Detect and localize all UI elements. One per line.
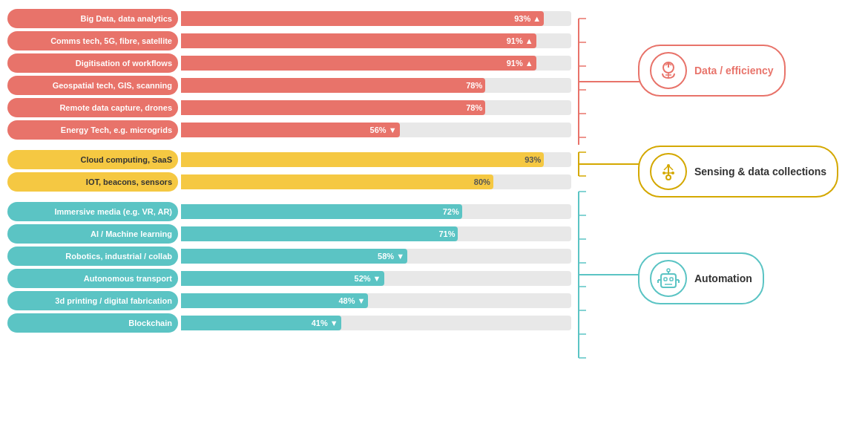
bar-label: Immersive media (e.g. VR, AR) bbox=[7, 202, 178, 221]
automation-icon bbox=[650, 260, 687, 297]
bar-track: 78% bbox=[181, 100, 571, 115]
bar-track: 41% ▼ bbox=[181, 316, 571, 330]
bar-row: IOT, beacons, sensors 80% bbox=[7, 171, 571, 193]
bar-track: 58% ▼ bbox=[181, 249, 571, 264]
bar-label: Remote data capture, drones bbox=[7, 98, 178, 117]
bar-track: 91% ▲ bbox=[181, 33, 571, 48]
bar-label: Blockchain bbox=[7, 313, 178, 333]
bar-row: Robotics, industrial / collab 58% ▼ bbox=[7, 245, 571, 267]
bar-row: Blockchain 41% ▼ bbox=[7, 312, 571, 334]
bar-fill: 52% ▼ bbox=[181, 271, 384, 286]
bar-fill: 80% bbox=[181, 174, 493, 189]
bar-label: Robotics, industrial / collab bbox=[7, 247, 178, 266]
bar-label: Big Data, data analytics bbox=[7, 9, 178, 28]
bar-track: 80% bbox=[181, 174, 571, 189]
bar-value: 48% ▼ bbox=[339, 296, 366, 305]
bar-fill: 78% bbox=[181, 100, 485, 115]
cloud-icon bbox=[655, 57, 682, 84]
bar-value: 91% ▲ bbox=[507, 59, 533, 68]
bar-row: Remote data capture, drones 78% bbox=[7, 97, 571, 119]
bar-label: Comms tech, 5G, fibre, satellite bbox=[7, 31, 178, 50]
svg-rect-36 bbox=[661, 274, 676, 287]
group-automation: Immersive media (e.g. VR, AR) 72% AI / M… bbox=[7, 200, 571, 334]
svg-point-33 bbox=[662, 172, 665, 174]
bar-track: 71% bbox=[181, 226, 571, 241]
svg-point-28 bbox=[666, 175, 671, 180]
bar-label: IOT, beacons, sensors bbox=[7, 172, 178, 192]
sensing-badge: Sensing & data collections bbox=[638, 146, 838, 198]
bar-value: 78% bbox=[466, 81, 482, 90]
bar-track: 72% bbox=[181, 204, 571, 219]
bar-label: Digitisation of workflows bbox=[7, 53, 178, 73]
bar-value: 93% bbox=[525, 155, 541, 164]
bar-track: 93% ▲ bbox=[181, 11, 571, 26]
badge-title: Sensing & data collections bbox=[694, 166, 826, 177]
bar-value: 41% ▼ bbox=[312, 319, 338, 327]
bar-row: Comms tech, 5G, fibre, satellite 91% ▲ bbox=[7, 30, 571, 52]
bar-value: 78% bbox=[466, 103, 482, 112]
bar-row: Energy Tech, e.g. microgrids 56% ▼ bbox=[7, 119, 571, 141]
bar-value: 52% ▼ bbox=[355, 274, 381, 283]
bar-row: Big Data, data analytics 93% ▲ bbox=[7, 7, 571, 30]
bar-value: 93% ▲ bbox=[514, 14, 541, 23]
sensor-icon bbox=[655, 158, 682, 185]
chart-container: Big Data, data analytics 93% ▲ Comms tec… bbox=[0, 0, 868, 421]
svg-rect-37 bbox=[664, 278, 667, 281]
automation-label: Automation bbox=[694, 272, 752, 285]
bar-track: 91% ▲ bbox=[181, 56, 571, 71]
bar-track: 56% ▼ bbox=[181, 123, 571, 137]
bar-value: 71% bbox=[438, 229, 455, 238]
svg-rect-38 bbox=[670, 278, 673, 281]
bar-value: 91% ▲ bbox=[507, 36, 533, 45]
bar-track: 93% bbox=[181, 152, 571, 167]
bar-fill: 71% bbox=[181, 226, 458, 241]
bar-fill: 56% ▼ bbox=[181, 123, 400, 137]
bar-fill: 91% ▲ bbox=[181, 33, 536, 48]
bar-label: AI / Machine learning bbox=[7, 224, 178, 244]
bar-fill: 78% bbox=[181, 78, 485, 93]
automation-badge: Automation bbox=[638, 252, 764, 304]
svg-point-35 bbox=[667, 164, 670, 167]
svg-point-41 bbox=[667, 269, 670, 272]
bars-section: Big Data, data analytics 93% ▲ Comms tec… bbox=[7, 7, 571, 414]
categories-section: Data / efficiency Sensing & data bbox=[571, 0, 868, 421]
bar-label: Energy Tech, e.g. microgrids bbox=[7, 120, 178, 140]
bar-fill: 41% ▼ bbox=[181, 316, 341, 330]
group-sensing: Cloud computing, SaaS 93% IOT, beacons, … bbox=[7, 149, 571, 193]
data-efficiency-icon bbox=[650, 52, 687, 89]
sensing-label: Sensing & data collections bbox=[694, 166, 826, 178]
group-data-efficiency: Big Data, data analytics 93% ▲ Comms tec… bbox=[7, 7, 571, 141]
bar-row: Autonomous transport 52% ▼ bbox=[7, 267, 571, 290]
bar-fill: 91% ▲ bbox=[181, 56, 536, 71]
bar-value: 58% ▼ bbox=[378, 252, 404, 261]
bar-fill: 93% ▲ bbox=[181, 11, 544, 26]
bar-fill: 58% ▼ bbox=[181, 249, 407, 264]
bar-fill: 72% bbox=[181, 204, 462, 219]
bar-label: Cloud computing, SaaS bbox=[7, 150, 178, 169]
bar-label: Autonomous transport bbox=[7, 269, 178, 288]
bar-fill: 93% bbox=[181, 152, 544, 167]
data-efficiency-badge: Data / efficiency bbox=[638, 45, 786, 97]
bar-row: Cloud computing, SaaS 93% bbox=[7, 149, 571, 171]
bar-label: Geospatial tech, GIS, scanning bbox=[7, 76, 178, 95]
bar-row: 3d printing / digital fabrication 48% ▼ bbox=[7, 290, 571, 312]
sensing-icon bbox=[650, 153, 687, 190]
bar-row: Immersive media (e.g. VR, AR) 72% bbox=[7, 200, 571, 223]
svg-point-34 bbox=[671, 172, 674, 174]
bar-track: 52% ▼ bbox=[181, 271, 571, 286]
data-efficiency-label: Data / efficiency bbox=[694, 65, 774, 77]
badge-title: Data / efficiency bbox=[694, 65, 774, 76]
bar-row: Geospatial tech, GIS, scanning 78% bbox=[7, 74, 571, 97]
bar-track: 48% ▼ bbox=[181, 293, 571, 308]
robot-icon bbox=[655, 265, 682, 292]
bar-value: 56% ▼ bbox=[370, 125, 397, 134]
bar-track: 78% bbox=[181, 78, 571, 93]
bar-value: 72% bbox=[443, 207, 459, 216]
badge-title: Automation bbox=[694, 272, 752, 284]
bar-label: 3d printing / digital fabrication bbox=[7, 291, 178, 310]
bar-row: AI / Machine learning 71% bbox=[7, 223, 571, 245]
bar-row: Digitisation of workflows 91% ▲ bbox=[7, 52, 571, 74]
bar-fill: 48% ▼ bbox=[181, 293, 368, 308]
bar-value: 80% bbox=[474, 177, 490, 186]
